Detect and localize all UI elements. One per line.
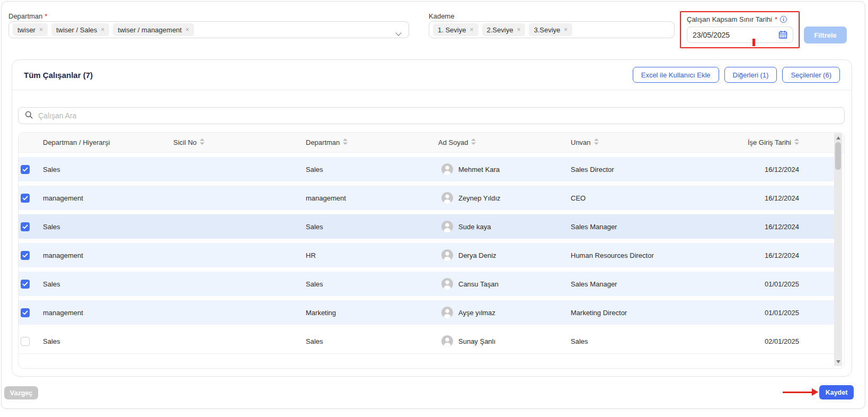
table-row[interactable]: managementHRDerya DenizHuman Resources D… xyxy=(19,243,836,267)
avatar xyxy=(441,221,453,232)
column-header-ad-soyad[interactable]: Ad Soyad xyxy=(438,138,571,146)
cancel-button[interactable]: Vazgeç xyxy=(4,386,38,399)
kademe-multiselect[interactable]: 1. Seviye×2.Seviye×3.Seviye× xyxy=(429,21,675,38)
employee-name: Derya Deniz xyxy=(458,251,497,259)
save-button[interactable]: Kaydet xyxy=(819,385,854,399)
table-scrollbar[interactable] xyxy=(834,133,842,366)
column-header-label: Unvan xyxy=(571,138,591,146)
kapsam-tarihi-value: 23/05/2025 xyxy=(693,31,730,39)
column-header-i-e-giri-tarihi[interactable]: İşe Giriş Tarihi xyxy=(714,138,836,146)
remove-tag-icon[interactable]: × xyxy=(564,26,568,33)
sort-icon[interactable] xyxy=(343,138,348,146)
departman-cell: Sales xyxy=(306,337,438,345)
ad-soyad-cell: Mehmet Kara xyxy=(438,163,571,175)
employee-search[interactable] xyxy=(18,107,845,124)
row-checkbox-cell xyxy=(19,222,43,231)
remove-tag-icon[interactable]: × xyxy=(39,26,43,33)
remove-tag-icon[interactable]: × xyxy=(185,26,189,33)
unvan-cell: Human Resources Director xyxy=(571,251,714,259)
table-row[interactable]: managementmanagementZeynep YıldızCEO16/1… xyxy=(19,186,836,210)
sort-icon[interactable] xyxy=(594,138,599,146)
row-checkbox[interactable] xyxy=(21,222,30,231)
departman-cell: Sales xyxy=(306,166,438,173)
column-header-sicil-no[interactable]: Sicil No xyxy=(173,138,306,146)
search-icon xyxy=(25,111,33,121)
employee-name: Sude kaya xyxy=(458,223,491,231)
chevron-down-icon[interactable] xyxy=(395,29,402,38)
hierarchy-cell: Sales xyxy=(43,337,173,345)
remove-tag-icon[interactable]: × xyxy=(470,26,473,33)
filter-tag-label: twiser xyxy=(17,26,36,34)
employee-name: Sunay Şanlı xyxy=(458,337,495,345)
row-checkbox[interactable] xyxy=(21,337,30,346)
table-row[interactable]: managementMarketingAyşe yılmazMarketing … xyxy=(19,300,836,325)
panel-header: Tüm Çalışanlar (7) Excel ile Kullanıcı E… xyxy=(12,60,852,90)
avatar xyxy=(441,278,453,290)
row-checkbox[interactable] xyxy=(21,165,30,174)
table-row[interactable]: SalesSalesSunay ŞanlıSales02/01/2025 xyxy=(19,329,836,354)
info-icon[interactable]: i xyxy=(780,16,787,23)
scroll-down-icon[interactable] xyxy=(834,358,842,366)
calendar-icon[interactable] xyxy=(778,30,787,39)
table-row[interactable]: SalesSalesCansu TaşanSales Manager01/01/… xyxy=(19,272,836,296)
ise-giris-tarihi-cell: 16/12/2024 xyxy=(714,251,836,259)
row-checkbox[interactable] xyxy=(21,280,30,289)
remove-tag-icon[interactable]: × xyxy=(101,26,104,33)
row-checkbox-cell xyxy=(19,308,43,317)
column-header-label: Departman / Hiyerarşi xyxy=(43,138,110,146)
kademe-filter: Kademe 1. Seviye×2.Seviye×3.Seviye× xyxy=(429,11,675,38)
filter-tag-label: 3.Seviye xyxy=(534,26,560,34)
unvan-cell: CEO xyxy=(571,194,714,202)
annotation-box: Çalışan Kapsam Sınır Tarihi * i 23/05/20… xyxy=(680,11,800,48)
departman-cell: HR xyxy=(306,251,438,259)
sort-icon[interactable] xyxy=(471,138,476,146)
kapsam-tarihi-input[interactable]: 23/05/2025 xyxy=(687,27,793,43)
filter-tag: 3.Seviye× xyxy=(529,23,572,36)
table-row[interactable]: SalesSalesSude kayaSales Manager16/12/20… xyxy=(19,214,836,239)
departman-cell: Sales xyxy=(306,223,438,231)
required-asterisk: * xyxy=(775,15,777,23)
ise-giris-tarihi-cell: 01/01/2025 xyxy=(714,280,836,288)
column-header-departman[interactable]: Departman xyxy=(306,138,438,146)
kapsam-tarihi-label-text: Çalışan Kapsam Sınır Tarihi xyxy=(687,15,772,23)
sort-icon[interactable] xyxy=(200,138,205,146)
unvan-cell: Sales Manager xyxy=(571,223,714,231)
row-checkbox[interactable] xyxy=(21,194,30,203)
filter-tag: 1. Seviye× xyxy=(433,23,479,36)
search-input[interactable] xyxy=(37,111,838,120)
scroll-up-icon[interactable] xyxy=(834,134,842,142)
ise-giris-tarihi-cell: 16/12/2024 xyxy=(714,194,836,202)
ise-giris-tarihi-cell: 16/12/2024 xyxy=(714,166,836,173)
row-checkbox[interactable] xyxy=(21,308,30,317)
hierarchy-cell: management xyxy=(43,194,173,202)
avatar xyxy=(441,163,453,175)
filtrele-button[interactable]: Filtrele xyxy=(804,27,847,44)
unvan-cell: Sales xyxy=(571,337,714,345)
sort-icon[interactable] xyxy=(794,138,799,146)
kademe-label-text: Kademe xyxy=(429,12,454,20)
ise-giris-tarihi-cell: 16/12/2024 xyxy=(714,223,836,231)
remove-tag-icon[interactable]: × xyxy=(517,26,520,33)
filter-tag-label: 1. Seviye xyxy=(438,26,466,34)
employees-table: Departman / HiyerarşiSicil NoDepartmanAd… xyxy=(18,132,845,369)
excel-add-button[interactable]: Excel ile Kullanıcı Ekle xyxy=(633,67,719,83)
scrollbar-thumb[interactable] xyxy=(835,142,841,170)
departman-multiselect[interactable]: twiser×twiser / Sales×twiser / managemen… xyxy=(8,21,409,38)
filter-tag-label: twiser / Sales xyxy=(56,26,97,34)
departman-label: Departman * xyxy=(8,11,409,21)
avatar xyxy=(441,249,453,261)
hierarchy-cell: Sales xyxy=(43,280,173,288)
table-row[interactable]: SalesSalesMehmet KaraSales Director16/12… xyxy=(19,157,836,181)
avatar xyxy=(441,307,453,318)
kademe-label: Kademe xyxy=(429,11,675,21)
ad-soyad-cell: Sude kaya xyxy=(438,221,571,232)
departman-cell: management xyxy=(306,194,438,202)
row-checkbox[interactable] xyxy=(21,251,30,260)
filter-tag: twiser / management× xyxy=(113,23,194,36)
column-header-unvan[interactable]: Unvan xyxy=(571,138,714,146)
row-checkbox-cell xyxy=(19,280,43,289)
column-header-label: Sicil No xyxy=(173,138,197,146)
secilenler-button[interactable]: Seçilenler (6) xyxy=(782,67,840,83)
avatar xyxy=(441,192,453,204)
digerleri-button[interactable]: Diğerleri (1) xyxy=(724,67,777,83)
